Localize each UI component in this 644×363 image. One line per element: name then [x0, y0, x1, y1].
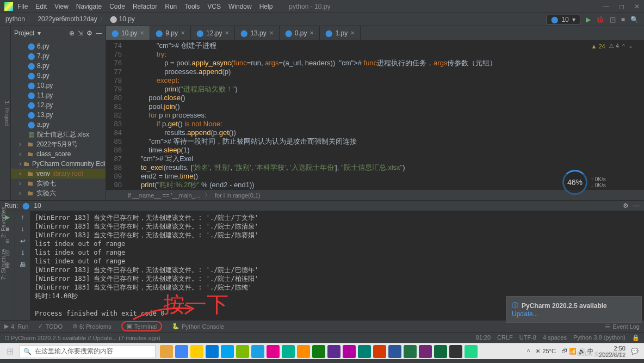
next-highlight-icon[interactable]: ⌄	[628, 42, 633, 50]
interpreter[interactable]: Python 3.8 (python)	[573, 334, 626, 341]
tree-folder[interactable]: ›🖿PyCharm Community Edition	[11, 159, 106, 169]
gear-icon[interactable]: ⚙	[86, 29, 92, 37]
project-panel: Project▾ ⊕ ⇲ ⚙ — ⬤6.py ⬤7.py ⬤8.py ⬤9.py…	[11, 26, 106, 200]
encoding[interactable]: UTF-8	[519, 334, 536, 341]
scroll-end-icon[interactable]: ⤓	[20, 249, 26, 257]
tree-file[interactable]: ⬤8.py	[11, 61, 106, 71]
crumb-folder[interactable]: 2022yer6moth12day	[38, 15, 97, 23]
run-icon[interactable]: ▶	[586, 16, 591, 23]
up-icon[interactable]: ↑	[21, 213, 24, 221]
tab[interactable]: ⬤9.py✕	[150, 26, 191, 40]
lock-icon[interactable]: 🔒	[632, 334, 640, 341]
menu-refactor[interactable]: Refactor	[133, 3, 157, 10]
hide-icon[interactable]: —	[96, 29, 102, 37]
maximize-icon[interactable]: ◻	[619, 3, 624, 10]
windows-taskbar: ⊞ 🔍 在这里输入你要搜索的内容 ^ ☀ 25°C 🗗 📶 🔊 中 2:5020…	[0, 343, 644, 359]
wrap-icon[interactable]: ↩	[20, 237, 26, 245]
hide-icon[interactable]: —	[633, 202, 640, 210]
close-tab-icon[interactable]: ✕	[140, 30, 144, 36]
tree-file[interactable]: ⬤6.py	[11, 41, 106, 51]
down-icon[interactable]: ↓	[21, 225, 24, 233]
menu-vcs[interactable]: VCS	[207, 3, 221, 10]
print-icon[interactable]: 🖶	[20, 261, 26, 269]
terminal-tab[interactable]: ▣ Terminal	[121, 321, 163, 331]
tree-file[interactable]: ⬤11.py	[11, 90, 106, 100]
system-tray[interactable]: ^ ☀ 25°C 🗗 📶 🔊 中 2:502022/6/12CSDN 发布 陈阿…	[527, 345, 644, 358]
cursor-pos[interactable]: 81:20	[476, 334, 491, 341]
start-button[interactable]: ⊞	[0, 346, 20, 356]
status-bar: ◻ PyCharm 2020.2.5 available // Update..…	[0, 332, 644, 343]
tree-file[interactable]: ⬤10.py	[11, 81, 106, 90]
tab[interactable]: ⬤13.py✕	[235, 26, 279, 40]
code-text[interactable]: "cm"># 创建子进程 try: p = pool.apply_async(f…	[125, 40, 644, 189]
warnings-badge[interactable]: ▲ 24	[591, 43, 605, 50]
run-config-selector[interactable]: ⬤10▾	[546, 15, 580, 24]
run-config-name: 10	[34, 202, 41, 210]
tree-folder[interactable]: ›🖿实验六	[11, 188, 106, 198]
gear-icon[interactable]: ⚙	[623, 202, 629, 210]
tree-folder[interactable]: ›🖿2022年5月9号	[11, 139, 106, 149]
tab-active[interactable]: ⬤10.py✕	[106, 26, 150, 40]
stop-icon[interactable]: ■	[621, 16, 625, 23]
tree-file[interactable]: ⬤a.py	[11, 120, 106, 130]
menu-run[interactable]: Run	[165, 3, 177, 10]
coverage-icon[interactable]: ◳	[610, 16, 616, 23]
debug-icon[interactable]: 🐞	[596, 16, 604, 23]
problems-tab[interactable]: ⊘ 6: Problems	[72, 323, 112, 330]
tree-folder-venv[interactable]: ›🖿venv library root	[11, 169, 106, 179]
left-tool-stripe[interactable]: 1: Project	[0, 26, 11, 200]
editor-tabs: ⬤10.py✕ ⬤9.py✕ ⬤12.py✕ ⬤13.py✕ ⬤0.py✕ ⬤1…	[106, 26, 644, 40]
project-tree[interactable]: ⬤6.py ⬤7.py ⬤8.py ⬤9.py ⬤10.py ⬤11.py ⬤1…	[11, 40, 106, 200]
speed-percent: 46%	[562, 170, 587, 195]
menu-view[interactable]: View	[54, 3, 69, 10]
status-message[interactable]: PyCharm 2020.2.5 available // Update... …	[11, 335, 475, 341]
project-label: Project	[14, 29, 34, 37]
minimize-icon[interactable]: —	[603, 3, 609, 10]
indent[interactable]: 4 spaces	[543, 334, 567, 341]
status-icon[interactable]: ◻	[4, 334, 9, 341]
menu-help[interactable]: Help	[259, 3, 273, 10]
line-sep[interactable]: CRLF	[497, 334, 513, 341]
structure-tab[interactable]: 7: Structure	[0, 249, 11, 280]
menu-file[interactable]: File	[17, 3, 28, 10]
favorites-tab[interactable]: 2: Favorites	[0, 207, 11, 238]
tab[interactable]: ⬤1.py✕	[320, 26, 361, 40]
pinned-apps[interactable]	[160, 345, 478, 358]
tree-file[interactable]: ⬤9.py	[11, 71, 106, 81]
code-area[interactable]: 74 75 76 77 78 79 80 81 82 83 84 85 86 8…	[106, 40, 644, 189]
tree-file[interactable]: ⬤12.py	[11, 100, 106, 110]
weather-widget[interactable]: ☀ 25°C	[535, 348, 556, 355]
event-log-tab[interactable]: ☰ Event Log	[605, 323, 640, 330]
tree-folder[interactable]: ›🖿class_score	[11, 149, 106, 159]
prev-highlight-icon[interactable]: ^	[622, 43, 625, 50]
crumb-file[interactable]: 10.py	[119, 15, 134, 23]
todo-tab[interactable]: ✓ TODO	[38, 323, 63, 330]
update-notification[interactable]: ⓘPyCharm 2020.2.5 available Update...	[506, 296, 642, 323]
weak-warnings-badge[interactable]: ⚠ 4	[609, 42, 619, 50]
nav-bar: python〉 2022yer6moth12day〉 ⬤ 10.py ⬤10▾ …	[0, 13, 644, 26]
tree-file[interactable]: ⬤13.py	[11, 110, 106, 120]
close-icon[interactable]: ✕	[634, 3, 640, 10]
tab[interactable]: ⬤0.py✕	[280, 26, 320, 40]
menu-navigate[interactable]: Navigate	[76, 3, 102, 10]
python-console-tab[interactable]: 🐍 Python Console	[172, 323, 224, 330]
windows-search[interactable]: 🔍 在这里输入你要搜索的内容	[20, 345, 156, 358]
notification-title: PyCharm 2020.2.5 available	[522, 302, 607, 310]
tab[interactable]: ⬤12.py✕	[191, 26, 235, 40]
menu-window[interactable]: Window	[228, 3, 252, 10]
tree-file[interactable]: ▦院士信息汇总.xlsx	[11, 130, 106, 139]
update-link[interactable]: Update...	[512, 310, 636, 318]
network-monitor-overlay[interactable]: 46% ↑ 0K/s↓ 0K/s	[562, 169, 611, 196]
tree-folder[interactable]: ›🖿实验七	[11, 179, 106, 188]
tree-file[interactable]: ⬤7.py	[11, 51, 106, 61]
menu-edit[interactable]: Edit	[35, 3, 47, 10]
run-tab[interactable]: ▶ 4: Run	[4, 323, 28, 330]
tree-folder[interactable]: ›🖿第五章	[11, 198, 106, 200]
menu-code[interactable]: Code	[109, 3, 125, 10]
crumb-root[interactable]: python	[5, 15, 25, 23]
search-icon[interactable]: 🔍	[630, 16, 639, 23]
menu-tools[interactable]: Tools	[184, 3, 200, 10]
search-placeholder: 在这里输入你要搜索的内容	[35, 347, 113, 356]
collapse-icon[interactable]: ⇲	[78, 29, 83, 37]
locate-icon[interactable]: ⊕	[69, 29, 75, 37]
